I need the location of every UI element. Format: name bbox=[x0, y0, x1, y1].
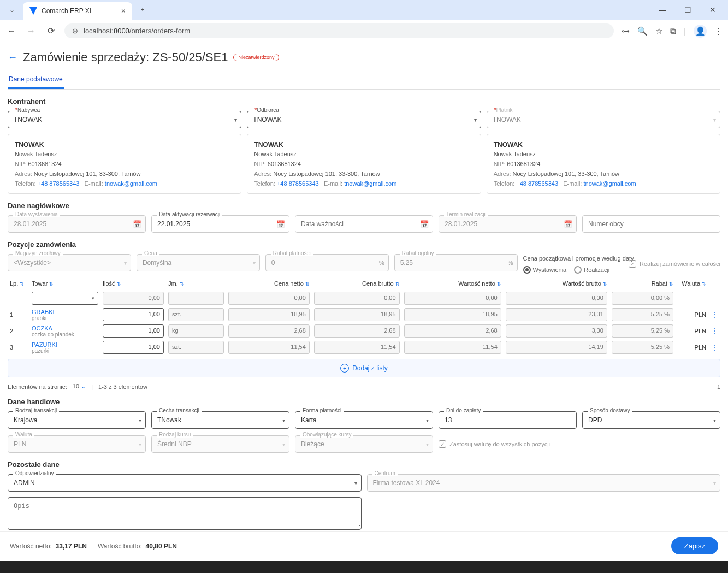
star-icon[interactable]: ☆ bbox=[655, 26, 662, 36]
extensions-icon[interactable]: ⧉ bbox=[670, 26, 676, 36]
table-row: 1 GRABKIgrabki 1,00 szt. 18,95 18,95 18,… bbox=[8, 306, 720, 323]
payment-form[interactable]: Karta bbox=[295, 411, 433, 429]
close-icon[interactable]: × bbox=[121, 7, 126, 15]
site-info-icon[interactable]: ⊕ bbox=[72, 27, 78, 35]
row-lp: 2 bbox=[8, 323, 29, 339]
os-taskbar[interactable] bbox=[0, 561, 728, 564]
general-discount: 5.25 bbox=[394, 254, 518, 271]
new-tab-button[interactable]: + bbox=[135, 3, 150, 17]
row-lp: 3 bbox=[8, 339, 29, 356]
maximize-icon[interactable]: ☐ bbox=[680, 5, 695, 14]
col-net-price[interactable]: Cena netto⇅ bbox=[226, 277, 312, 290]
tab-basic-data[interactable]: Dane podstawowe bbox=[8, 71, 64, 89]
qty-input[interactable]: 1,00 bbox=[103, 308, 164, 321]
col-qty[interactable]: Ilość⇅ bbox=[100, 277, 166, 290]
close-window-icon[interactable]: ✕ bbox=[705, 5, 720, 14]
currency: – bbox=[676, 290, 708, 306]
section-trade: Dane handlowe bbox=[8, 398, 720, 406]
col-gross-price[interactable]: Cena brutto⇅ bbox=[312, 277, 402, 290]
row-menu-icon[interactable]: ⋮ bbox=[711, 343, 718, 352]
browser-tab[interactable]: Comarch ERP XL × bbox=[23, 2, 132, 20]
responsible-select[interactable]: ADMIN bbox=[8, 474, 362, 492]
radio-issue-date[interactable]: Wystawienia bbox=[523, 266, 567, 274]
address-bar[interactable]: ⊕ localhost:8000/orders/orders-form bbox=[64, 23, 614, 38]
positions-table: Lp.⇅ Towar⇅ Ilość⇅ Jm.⇅ Cena netto⇅ Cena… bbox=[8, 277, 720, 356]
section-other: Pozostałe dane bbox=[8, 460, 720, 469]
delivery-method[interactable]: DPD bbox=[582, 411, 720, 429]
product-link[interactable]: OCZKA bbox=[32, 325, 98, 332]
checkbox-icon bbox=[629, 260, 636, 268]
activation-date[interactable]: 22.01.2025 bbox=[151, 215, 289, 233]
recipient-select[interactable]: TNOWAK bbox=[247, 111, 481, 128]
validity-date[interactable] bbox=[295, 215, 433, 233]
email-link[interactable]: tnowak@gmail.com bbox=[105, 180, 157, 187]
key-icon[interactable]: ⊶ bbox=[622, 26, 630, 36]
per-page-select[interactable]: 10 ⌄ bbox=[73, 383, 86, 390]
net-value: 0,00 bbox=[404, 292, 501, 305]
col-discount[interactable]: Rabat⇅ bbox=[609, 277, 676, 290]
unit: kg bbox=[168, 324, 224, 338]
gross-value: 3,30 bbox=[506, 324, 607, 338]
product-link[interactable]: GRABKI bbox=[32, 309, 98, 315]
product-select[interactable]: ▾ bbox=[32, 292, 98, 305]
col-net-value[interactable]: Wartość netto⇅ bbox=[402, 277, 504, 290]
discount: 5,25 % bbox=[612, 341, 673, 354]
description-textarea[interactable] bbox=[8, 497, 362, 530]
net-value: 2,68 bbox=[404, 324, 501, 338]
save-button[interactable]: Zapisz bbox=[671, 537, 718, 554]
deadline-date: 28.01.2025 bbox=[439, 215, 577, 233]
menu-icon[interactable]: ⋮ bbox=[714, 26, 723, 36]
buyer-label: Nabywca bbox=[17, 107, 40, 113]
row-menu-icon[interactable]: ⋮ bbox=[711, 310, 718, 319]
table-row: 3 PAZURKIpazurki 1,00 szt. 11,54 11,54 1… bbox=[8, 339, 720, 356]
gross-price: 18,95 bbox=[314, 308, 400, 321]
transaction-type[interactable]: Krajowa bbox=[8, 411, 146, 429]
transaction-feature[interactable]: TNowak bbox=[151, 411, 289, 429]
col-currency[interactable]: Waluta⇅ bbox=[676, 277, 708, 290]
col-product[interactable]: Towar⇅ bbox=[29, 277, 100, 290]
add-from-list-button[interactable]: + Dodaj z listy bbox=[8, 359, 720, 377]
col-unit[interactable]: Jm.⇅ bbox=[166, 277, 226, 290]
back-button[interactable]: ← bbox=[5, 26, 17, 36]
gross-value: 14,19 bbox=[506, 341, 607, 354]
payment-days[interactable]: 13 bbox=[439, 411, 577, 429]
row-menu-icon[interactable]: ⋮ bbox=[711, 327, 718, 335]
tab-dropdown[interactable]: ⌄ bbox=[4, 2, 20, 17]
phone-link[interactable]: +48 878565343 bbox=[277, 180, 319, 187]
product-name: oczka do plandek bbox=[32, 332, 98, 338]
product-link[interactable]: PAZURKI bbox=[32, 341, 98, 348]
footer-gross-value: 40,80 PLN bbox=[146, 542, 177, 550]
currency-select: PLN bbox=[8, 435, 146, 453]
minimize-icon[interactable]: — bbox=[655, 5, 670, 14]
section-header-data: Dane nagłówkowe bbox=[8, 202, 720, 210]
qty-input[interactable]: 1,00 bbox=[103, 341, 164, 354]
issue-date: 28.01.2025 bbox=[8, 215, 146, 233]
url-host: localhost: bbox=[84, 27, 114, 35]
plus-icon: + bbox=[340, 364, 349, 373]
qty-input[interactable]: 1,00 bbox=[103, 324, 164, 338]
profile-avatar[interactable]: 👤 bbox=[694, 25, 707, 38]
phone-link[interactable]: +48 878565343 bbox=[516, 180, 558, 187]
buyer-select[interactable]: TNOWAK bbox=[8, 111, 241, 128]
email-link[interactable]: tnowak@gmail.com bbox=[344, 180, 396, 187]
unit: szt. bbox=[168, 308, 224, 321]
col-gross-value[interactable]: Wartość brutto⇅ bbox=[504, 277, 609, 290]
col-lp[interactable]: Lp.⇅ bbox=[8, 277, 29, 290]
forward-button[interactable]: → bbox=[25, 26, 37, 36]
unit-input bbox=[168, 292, 224, 305]
radio-realization-date[interactable]: Realizacji bbox=[574, 266, 609, 274]
recipient-card: TNOWAK Nowak Tadeusz NIP: 6013681324 Adr… bbox=[247, 134, 481, 194]
zoom-icon[interactable]: 🔍 bbox=[637, 26, 648, 36]
percent-icon: % bbox=[508, 259, 513, 266]
reload-button[interactable]: ⟳ bbox=[45, 26, 57, 36]
card-name: Nowak Tadeusz bbox=[15, 151, 234, 157]
gross-price: 0,00 bbox=[314, 292, 400, 305]
email-link[interactable]: tnowak@gmail.com bbox=[584, 180, 636, 187]
tab-favicon bbox=[29, 7, 37, 15]
phone-link[interactable]: +48 878565343 bbox=[38, 180, 80, 187]
page-back-button[interactable]: ← bbox=[8, 52, 17, 63]
foreign-number-input[interactable] bbox=[582, 215, 720, 233]
url-port: 8000 bbox=[114, 27, 129, 35]
payer-card: TNOWAK Nowak Tadeusz NIP: 6013681324 Adr… bbox=[487, 134, 720, 194]
section-positions: Pozycje zamówienia bbox=[8, 240, 720, 249]
